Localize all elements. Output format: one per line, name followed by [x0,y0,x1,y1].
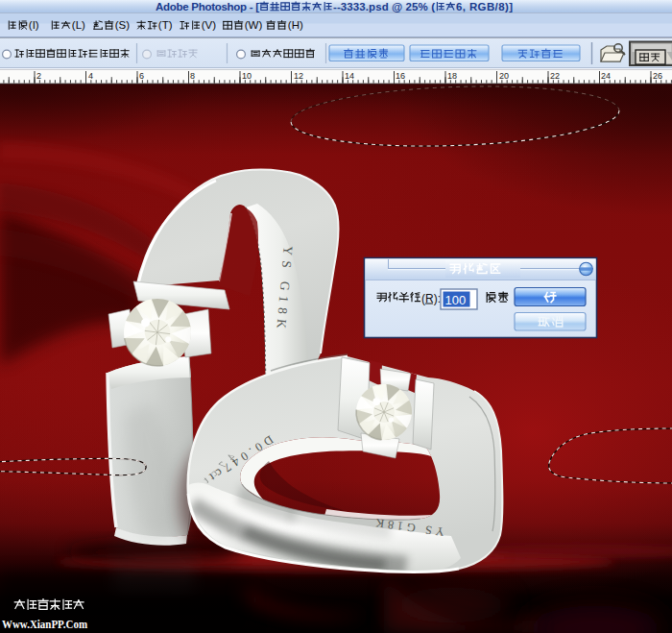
svg-text:6, RGB/8)]: 6, RGB/8)] [456,1,513,12]
svg-text:(T): (T) [158,19,173,31]
svg-text:(R):: (R): [421,292,441,305]
svg-text:Www.XianPP.Com: Www.XianPP.Com [2,617,87,631]
svg-text:Adobe Photoshop - [: Adobe Photoshop - [ [156,1,259,12]
svg-text:24: 24 [601,71,611,81]
svg-text:22: 22 [550,71,560,81]
svg-text:(W): (W) [245,19,263,31]
svg-text:12: 12 [294,71,303,81]
svg-text:100: 100 [445,293,467,307]
svg-text:6: 6 [139,71,144,81]
svg-text:(H): (H) [288,19,303,31]
svg-text:10: 10 [242,71,252,81]
svg-text:(S): (S) [115,19,130,31]
svg-text:8: 8 [190,71,195,81]
svg-text:(L): (L) [72,19,85,31]
svg-text:26: 26 [653,71,662,81]
svg-text:14: 14 [345,71,354,81]
svg-text:--3333.psd @ 25% (: --3333.psd @ 25% ( [333,1,435,12]
svg-text:2: 2 [36,71,41,81]
svg-text:(I): (I) [29,19,39,31]
svg-text:(V): (V) [202,19,216,31]
svg-text:18: 18 [447,71,457,81]
svg-text:20: 20 [499,71,509,81]
svg-text:16: 16 [396,71,405,81]
svg-text:4: 4 [88,71,93,81]
